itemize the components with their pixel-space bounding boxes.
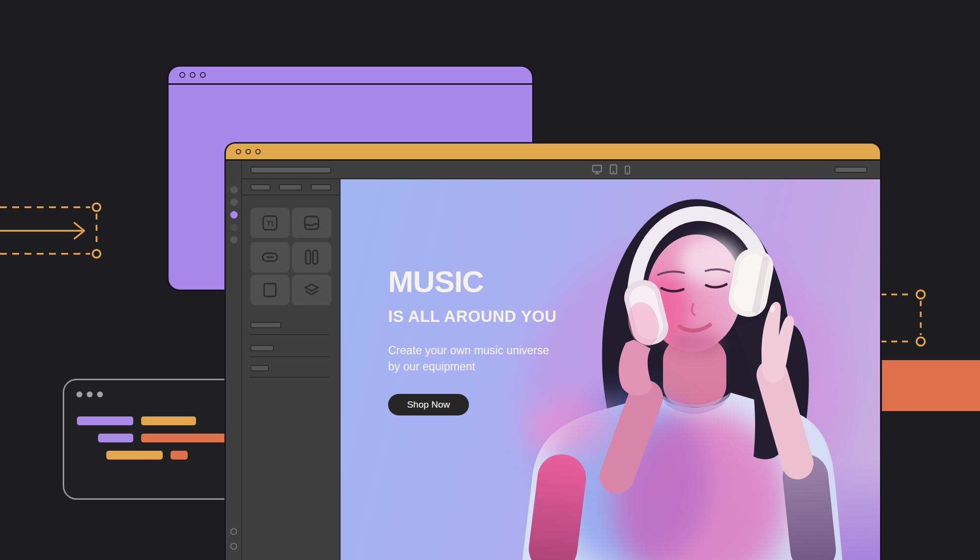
panel-tab[interactable] — [311, 184, 331, 191]
code-line-bar — [106, 451, 163, 460]
page-canvas: MUSIC IS ALL AROUND YOU Create your own … — [341, 179, 880, 560]
illustration-scene: { "scene": { "background_color": "#1d1d1… — [0, 0, 980, 560]
window-control-dot[interactable] — [97, 391, 103, 397]
image-tool-button[interactable] — [292, 208, 331, 238]
window-control-dot[interactable] — [255, 149, 261, 154]
setting-field[interactable] — [250, 365, 269, 371]
columns-tool-icon — [303, 248, 320, 266]
field-divider — [249, 334, 329, 335]
desktop-icon[interactable] — [592, 165, 602, 174]
text-tool-button[interactable]: Tt — [250, 208, 290, 238]
shape-tool-button[interactable] — [250, 275, 290, 305]
accent-rectangle — [882, 360, 980, 411]
field-divider — [249, 356, 329, 357]
panel-tabs — [242, 179, 340, 195]
phone-icon[interactable] — [625, 166, 630, 174]
window-control-dot[interactable] — [236, 149, 241, 154]
code-line-bar — [141, 416, 196, 425]
side-nav-strip — [226, 161, 242, 560]
hero-description-line1: Create your own music universe — [388, 342, 557, 359]
button-tool-icon — [261, 248, 279, 266]
text-tool-glyph: Tt — [267, 219, 273, 227]
hero-section: MUSIC IS ALL AROUND YOU Create your own … — [388, 267, 557, 415]
window-control-dot[interactable] — [245, 149, 251, 154]
tools-panel: Tt — [242, 179, 341, 560]
device-preview-switcher — [592, 164, 630, 174]
arrow-right-icon — [0, 197, 110, 264]
toolbar-action-pill[interactable] — [834, 167, 867, 173]
window-titlebar — [169, 67, 532, 85]
field-divider — [249, 377, 329, 378]
window-control-dot[interactable] — [200, 72, 206, 78]
panel-tab[interactable] — [279, 184, 302, 191]
hero-title: MUSIC — [388, 267, 557, 297]
setting-field[interactable] — [250, 345, 274, 351]
layers-tool-icon — [303, 281, 320, 299]
code-window — [63, 379, 240, 500]
text-tool-icon: Tt — [261, 214, 279, 232]
layers-tool-button[interactable] — [292, 275, 331, 305]
nav-dot[interactable] — [230, 186, 238, 194]
hero-description: Create your own music universe by our eq… — [388, 342, 557, 375]
builder-toolbar — [242, 161, 880, 179]
dashed-lines-icon — [880, 288, 931, 349]
tablet-icon[interactable] — [610, 164, 617, 174]
nav-dot[interactable] — [230, 224, 238, 231]
dashed-connector-right — [880, 288, 931, 349]
address-bar[interactable] — [250, 167, 331, 173]
window-titlebar — [226, 144, 880, 161]
shop-now-button[interactable]: Shop Now — [388, 394, 469, 415]
website-builder-window: Tt — [224, 142, 882, 560]
window-control-dot[interactable] — [76, 391, 82, 397]
window-control-dot[interactable] — [87, 391, 93, 397]
window-control-dot[interactable] — [190, 72, 196, 78]
button-tool-button[interactable] — [250, 242, 290, 272]
setting-field[interactable] — [250, 322, 281, 328]
nav-dot[interactable] — [230, 236, 238, 243]
window-control-dot[interactable] — [179, 72, 185, 78]
panel-tab[interactable] — [250, 184, 270, 191]
dashed-connector-left — [0, 197, 110, 264]
columns-tool-button[interactable] — [292, 242, 331, 272]
code-line-bar — [98, 434, 133, 442]
image-tool-icon — [303, 214, 320, 232]
hero-description-line2: by our equipment — [388, 359, 557, 375]
nav-dot-active[interactable] — [230, 211, 238, 219]
shape-tool-icon — [261, 281, 279, 299]
hero-subtitle: IS ALL AROUND YOU — [388, 307, 557, 326]
nav-dot[interactable] — [230, 198, 238, 206]
window-controls — [76, 391, 103, 397]
code-line-bar — [171, 451, 188, 460]
nav-ring-button[interactable] — [230, 528, 237, 535]
nav-ring-button[interactable] — [230, 543, 237, 550]
code-line-bar — [77, 416, 133, 425]
